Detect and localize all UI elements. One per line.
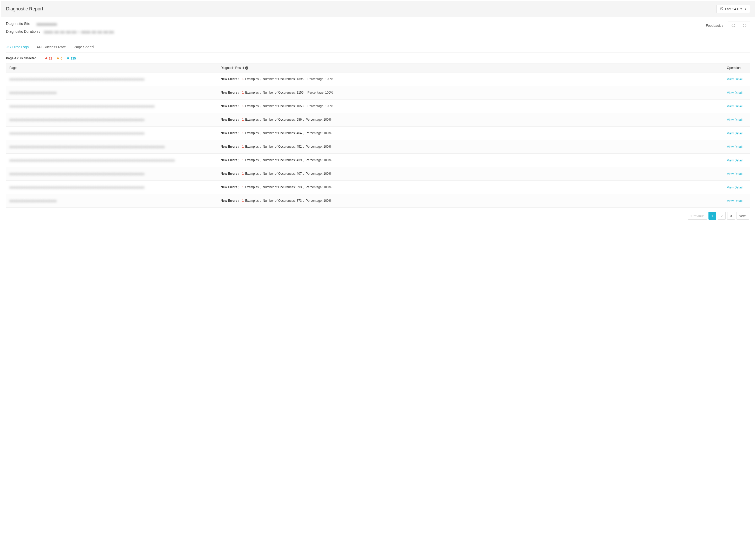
view-detail-link[interactable]: View Detail (727, 118, 742, 122)
new-errors-label: New Errors： (221, 172, 240, 176)
summary-row: Page API is detected.： 23 0 135 (6, 52, 750, 63)
view-detail-link[interactable]: View Detail (727, 185, 742, 189)
page-cell: xxxxxxxxxxxxxxxxxxxxxxxxxxxx (6, 87, 214, 99)
time-range-button[interactable]: Last 24 Hrs ▼ (716, 5, 750, 13)
operation-cell: View Detail (724, 182, 750, 193)
page-path-value: xxxxxxxxxxxxxxxxxxxxxxxxxxxxxxxxxxxxxxxx… (9, 171, 211, 177)
tab-api-success-rate[interactable]: API Success Rate (36, 42, 67, 52)
pagination-previous[interactable]: ‹ Previous (688, 212, 707, 220)
page-cell: xxxxxxxxxxxxxxxxxxxxxxxxxxxxxxxxxxxxxxxx… (6, 73, 214, 86)
view-detail-link[interactable]: View Detail (727, 104, 742, 108)
triangle-alert-icon (56, 56, 60, 60)
table-row: xxxxxxxxxxxxxxxxxxxxxxxxxxxxxxxxxxxxxxxx… (6, 140, 750, 154)
operation-cell: View Detail (724, 141, 750, 152)
info-block: Diagnostic Site： xxxxxxxxxx Diagnostic D… (6, 17, 750, 40)
occurrences-label: Number of Occurences: (263, 158, 296, 162)
pagination-next[interactable]: Next › (737, 212, 749, 220)
page-path-value: xxxxxxxxxxxxxxxxxxxxxxxxxxxxxxxxxxxxxxxx… (9, 131, 211, 136)
view-detail-link[interactable]: View Detail (727, 158, 742, 162)
occurrences-label: Number of Occurences: (263, 91, 296, 94)
examples-count: 1 (242, 145, 244, 149)
feedback-label: Feedback： (706, 23, 724, 28)
occurrences-label: Number of Occurences: (263, 145, 296, 149)
view-detail-link[interactable]: View Detail (727, 172, 742, 176)
table-row: xxxxxxxxxxxxxxxxxxxxxxxxxxxxxxxxxxxxxxxx… (6, 72, 750, 86)
examples-label: Examples， (244, 158, 263, 162)
occurrences-value: 407 (297, 172, 302, 176)
time-range-label: Last 24 Hrs (725, 7, 742, 11)
tab-js-error-logs[interactable]: JS Error Logs (6, 42, 29, 52)
percentage-label: ， Percentage: (304, 104, 325, 108)
table-row: xxxxxxxxxxxxxxxxxxxxxxxxxxxxNew Errors：1… (6, 194, 750, 208)
feedback-negative-button[interactable] (739, 22, 750, 30)
result-cell: New Errors：1 Examples， Number of Occuren… (214, 127, 724, 139)
percentage-value: 100% (323, 185, 332, 189)
stat-ok-value: 135 (71, 57, 76, 60)
occurrences-value: 1395 (297, 77, 304, 81)
operation-cell: View Detail (724, 168, 750, 179)
occurrences-value: 464 (297, 131, 302, 135)
pagination: ‹ Previous123Next › (6, 208, 750, 221)
operation-cell: View Detail (724, 114, 750, 125)
stat-warning: 0 (56, 56, 62, 60)
percentage-label: ， Percentage: (304, 91, 325, 94)
new-errors-label: New Errors： (221, 185, 240, 189)
page-cell: xxxxxxxxxxxxxxxxxxxxxxxxxxxx (6, 195, 214, 207)
svg-point-3 (734, 25, 734, 25)
main-content: Diagnostic Site： xxxxxxxxxx Diagnostic D… (1, 17, 755, 226)
examples-count: 1 (242, 118, 244, 122)
help-icon[interactable]: ? (245, 66, 248, 70)
examples-count: 1 (242, 77, 244, 81)
view-detail-link[interactable]: View Detail (727, 131, 742, 135)
operation-cell: View Detail (724, 87, 750, 98)
column-header-page: Page (6, 64, 214, 72)
new-errors-label: New Errors： (221, 77, 240, 81)
page-header: Diagnostic Report Last 24 Hrs ▼ (1, 1, 755, 17)
pagination-page-1[interactable]: 1 (709, 212, 716, 220)
feedback-positive-button[interactable] (728, 22, 739, 30)
percentage-label: ， Percentage: (302, 185, 323, 189)
page-title: Diagnostic Report (6, 6, 43, 12)
view-detail-link[interactable]: View Detail (727, 77, 742, 81)
page-cell: xxxxxxxxxxxxxxxxxxxxxxxxxxxxxxxxxxxxxxxx… (6, 141, 214, 153)
page-path-value: xxxxxxxxxxxxxxxxxxxxxxxxxxxxxxxxxxxxxxxx… (9, 117, 211, 123)
view-detail-link[interactable]: View Detail (727, 199, 742, 203)
operation-cell: View Detail (724, 101, 750, 112)
examples-count: 1 (242, 158, 244, 162)
table-row: xxxxxxxxxxxxxxxxxxxxxxxxxxxxxxxxxxxxxxxx… (6, 181, 750, 194)
examples-count: 1 (242, 199, 244, 203)
examples-count: 1 (242, 185, 244, 189)
page-path-value: xxxxxxxxxxxxxxxxxxxxxxxxxxxx (9, 90, 211, 96)
percentage-label: ， Percentage: (302, 145, 323, 149)
examples-label: Examples， (244, 77, 263, 81)
result-cell: New Errors：1 Examples， Number of Occuren… (214, 100, 724, 112)
page-cell: xxxxxxxxxxxxxxxxxxxxxxxxxxxxxxxxxxxxxxxx… (6, 154, 214, 167)
percentage-label: ， Percentage: (302, 199, 323, 203)
new-errors-label: New Errors： (221, 104, 240, 108)
result-cell: New Errors：1 Examples， Number of Occuren… (214, 182, 724, 193)
diagnostic-site-label: Diagnostic Site： (6, 21, 34, 26)
occurrences-label: Number of Occurences: (263, 185, 296, 189)
new-errors-label: New Errors： (221, 145, 240, 149)
examples-label: Examples， (244, 172, 263, 176)
new-errors-label: New Errors： (221, 158, 240, 162)
examples-label: Examples， (244, 104, 263, 108)
triangle-alert-icon (45, 56, 48, 60)
pagination-page-2[interactable]: 2 (718, 212, 726, 220)
page-path-value: xxxxxxxxxxxxxxxxxxxxxxxxxxxxxxxxxxxxxxxx… (9, 144, 211, 150)
tab-page-speed[interactable]: Page Speed (73, 42, 94, 52)
chevron-left-icon: ‹ (690, 214, 691, 217)
examples-label: Examples， (244, 118, 263, 122)
view-detail-link[interactable]: View Detail (727, 91, 742, 95)
occurrences-value: 393 (297, 185, 302, 189)
view-detail-link[interactable]: View Detail (727, 145, 742, 149)
results-table: Page Diagnosis Result ? Operation xxxxxx… (6, 63, 750, 208)
page-path-value: xxxxxxxxxxxxxxxxxxxxxxxxxxxxxxxxxxxxxxxx… (9, 104, 211, 109)
occurrences-value: 439 (297, 158, 302, 162)
pagination-page-3[interactable]: 3 (727, 212, 735, 220)
svg-point-5 (744, 25, 744, 25)
page-cell: xxxxxxxxxxxxxxxxxxxxxxxxxxxxxxxxxxxxxxxx… (6, 114, 214, 126)
column-header-result-label: Diagnosis Result (221, 66, 244, 70)
stat-warning-value: 0 (61, 57, 62, 60)
diagnostic-duration-value: xxxx xx xx xx:xx – xxxx xx xx xx:xx (44, 30, 114, 34)
